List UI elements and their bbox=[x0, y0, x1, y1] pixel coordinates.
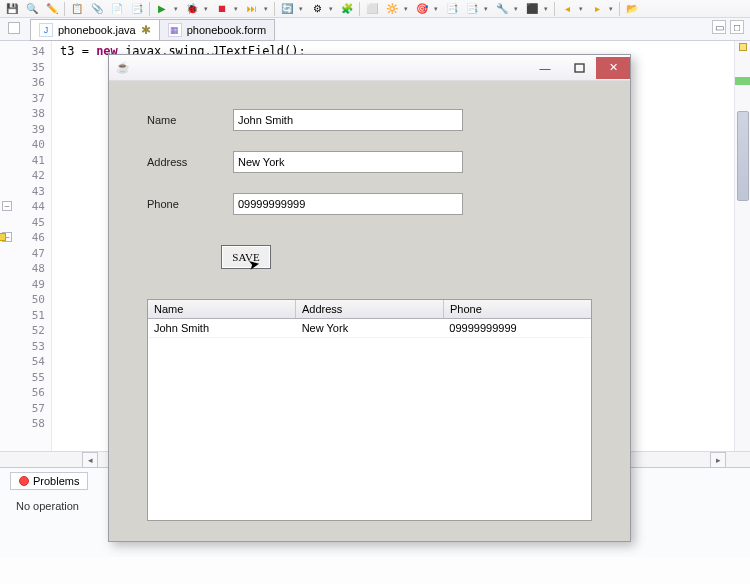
table-row[interactable]: John Smith New York 09999999999 bbox=[148, 319, 591, 338]
toolbar-dark-icon[interactable]: ⬛ bbox=[524, 1, 540, 17]
gutter-line-number: 54 bbox=[0, 354, 45, 370]
toolbar-attach-icon[interactable]: 📎 bbox=[89, 1, 105, 17]
form-row-address: Address bbox=[147, 151, 592, 173]
save-button-label: SAVE bbox=[232, 251, 259, 263]
toolbar-wrench-icon[interactable]: 🔧 bbox=[494, 1, 510, 17]
window-close-button[interactable]: ✕ bbox=[596, 57, 630, 79]
table-header-name[interactable]: Name bbox=[148, 300, 296, 318]
editor-tab-bar: J phonebook.java ✱ ▦ phonebook.form ▭ □ bbox=[0, 18, 750, 41]
editor-doc-icon[interactable] bbox=[8, 22, 20, 34]
toolbar-step-icon[interactable]: ⏭ bbox=[244, 1, 260, 17]
gutter-line-number: 35 bbox=[0, 60, 45, 76]
toolbar-open-icon[interactable]: 📂 bbox=[624, 1, 640, 17]
toolbar-newfile-icon[interactable]: 📄 bbox=[109, 1, 125, 17]
toolbar-build-icon[interactable]: ⚙ bbox=[309, 1, 325, 17]
address-field[interactable] bbox=[233, 151, 463, 173]
name-field[interactable] bbox=[233, 109, 463, 131]
hscroll-right-arrow-icon[interactable]: ▸ bbox=[710, 452, 726, 468]
table-header-phone[interactable]: Phone bbox=[444, 300, 591, 318]
toolbar-dropdown-icon[interactable]: ▾ bbox=[299, 5, 305, 13]
fold-toggle-icon[interactable]: − bbox=[2, 201, 12, 211]
toolbar-refresh-icon[interactable]: 🔄 bbox=[279, 1, 295, 17]
table-header-address[interactable]: Address bbox=[296, 300, 444, 318]
contacts-table[interactable]: Name Address Phone John Smith New York 0… bbox=[147, 299, 592, 521]
gutter-line-number: 46− bbox=[0, 230, 45, 246]
toolbar-debug-dropdown-icon[interactable]: ▾ bbox=[204, 5, 210, 13]
svg-rect-0 bbox=[575, 64, 584, 72]
toolbar-fwd-icon[interactable]: ▸ bbox=[589, 1, 605, 17]
toolbar-dropdown-icon[interactable]: ▾ bbox=[329, 5, 335, 13]
swing-titlebar[interactable]: ☕ — ✕ bbox=[109, 55, 630, 81]
toolbar-dropdown-icon[interactable]: ▾ bbox=[264, 5, 270, 13]
editor-gutter: 3435363738394041424344−4546−474849505152… bbox=[0, 41, 52, 451]
vertical-scrollbar-thumb[interactable] bbox=[737, 111, 749, 201]
table-cell-address: New York bbox=[296, 319, 444, 337]
problems-tab[interactable]: Problems bbox=[10, 472, 88, 490]
table-cell-name: John Smith bbox=[148, 319, 296, 337]
toolbar-highlight-icon[interactable]: 🔆 bbox=[384, 1, 400, 17]
tab-label: phonebook.java bbox=[58, 24, 136, 36]
toolbar-box-icon[interactable]: ⬜ bbox=[364, 1, 380, 17]
editor-minimize-icon[interactable]: ▭ bbox=[712, 20, 726, 34]
editor-maximize-icon[interactable]: □ bbox=[730, 20, 744, 34]
save-button[interactable]: SAVE ➤ bbox=[221, 245, 271, 269]
toolbar-dropdown-icon[interactable]: ▾ bbox=[609, 5, 615, 13]
toolbar-run-dropdown-icon[interactable]: ▾ bbox=[174, 5, 180, 13]
toolbar-dropdown-icon[interactable]: ▾ bbox=[484, 5, 490, 13]
form-row-phone: Phone bbox=[147, 193, 592, 215]
gutter-line-number: 37 bbox=[0, 91, 45, 107]
window-restore-button[interactable] bbox=[562, 57, 596, 79]
tab-dirty-icon[interactable]: ✱ bbox=[141, 23, 151, 37]
toolbar-misc-icon[interactable]: 📑 bbox=[444, 1, 460, 17]
gutter-line-number: 48 bbox=[0, 261, 45, 277]
toolbar-dropdown-icon[interactable]: ▾ bbox=[404, 5, 410, 13]
toolbar-debug-icon[interactable]: 🐞 bbox=[184, 1, 200, 17]
gutter-line-number: 51 bbox=[0, 308, 45, 324]
gutter-line-number: 52 bbox=[0, 323, 45, 339]
toolbar-misc-icon[interactable]: 📑 bbox=[464, 1, 480, 17]
gutter-line-number: 40 bbox=[0, 137, 45, 153]
gutter-line-number: 34 bbox=[0, 44, 45, 60]
phone-label: Phone bbox=[147, 198, 233, 210]
toolbar-separator bbox=[619, 2, 620, 16]
toolbar-separator bbox=[554, 2, 555, 16]
table-header-row: Name Address Phone bbox=[148, 300, 591, 319]
restore-icon bbox=[574, 63, 585, 73]
gutter-line-number: 38 bbox=[0, 106, 45, 122]
toolbar-dropdown-icon[interactable]: ▾ bbox=[514, 5, 520, 13]
toolbar-stop-icon[interactable]: ⏹ bbox=[214, 1, 230, 17]
tab-phonebook-java[interactable]: J phonebook.java ✱ bbox=[30, 19, 160, 41]
tab-label: phonebook.form bbox=[187, 24, 267, 36]
swing-content-pane: Name Address Phone SAVE ➤ Name Address P… bbox=[109, 81, 630, 541]
toolbar-target-icon[interactable]: 🎯 bbox=[414, 1, 430, 17]
ruler-warning-marker[interactable] bbox=[739, 43, 747, 51]
toolbar-search-icon[interactable]: 🔍 bbox=[24, 1, 40, 17]
toolbar-dropdown-icon[interactable]: ▾ bbox=[234, 5, 240, 13]
editor-overview-ruler[interactable] bbox=[734, 41, 750, 451]
toolbar-run-icon[interactable]: ▶ bbox=[154, 1, 170, 17]
phone-field[interactable] bbox=[233, 193, 463, 215]
tab-phonebook-form[interactable]: ▦ phonebook.form bbox=[159, 19, 276, 41]
table-cell-phone: 09999999999 bbox=[443, 319, 591, 337]
toolbar-dropdown-icon[interactable]: ▾ bbox=[579, 5, 585, 13]
toolbar-paste-icon[interactable]: 📋 bbox=[69, 1, 85, 17]
gutter-line-number: 56 bbox=[0, 385, 45, 401]
toolbar-edit-icon[interactable]: ✏️ bbox=[44, 1, 60, 17]
window-minimize-button[interactable]: — bbox=[528, 57, 562, 79]
code-text: t3 = bbox=[60, 44, 96, 58]
toolbar-save-icon[interactable]: 💾 bbox=[4, 1, 20, 17]
hscroll-left-arrow-icon[interactable]: ◂ bbox=[82, 452, 98, 468]
toolbar-module-icon[interactable]: 🧩 bbox=[339, 1, 355, 17]
gutter-line-number: 49 bbox=[0, 277, 45, 293]
form-file-icon: ▦ bbox=[168, 23, 182, 37]
toolbar-separator bbox=[64, 2, 65, 16]
gutter-line-number: 43 bbox=[0, 184, 45, 200]
gutter-warning-icon[interactable] bbox=[0, 233, 6, 241]
toolbar-back-icon[interactable]: ◂ bbox=[559, 1, 575, 17]
java-cup-icon: ☕ bbox=[115, 60, 131, 76]
toolbar-dropdown-icon[interactable]: ▾ bbox=[434, 5, 440, 13]
name-label: Name bbox=[147, 114, 233, 126]
toolbar-dropdown-icon[interactable]: ▾ bbox=[544, 5, 550, 13]
ide-toolbar: 💾 🔍 ✏️ 📋 📎 📄 📑 ▶ ▾ 🐞 ▾ ⏹ ▾ ⏭ ▾ 🔄 ▾ ⚙ ▾ 🧩… bbox=[0, 0, 750, 18]
toolbar-docs-icon[interactable]: 📑 bbox=[129, 1, 145, 17]
